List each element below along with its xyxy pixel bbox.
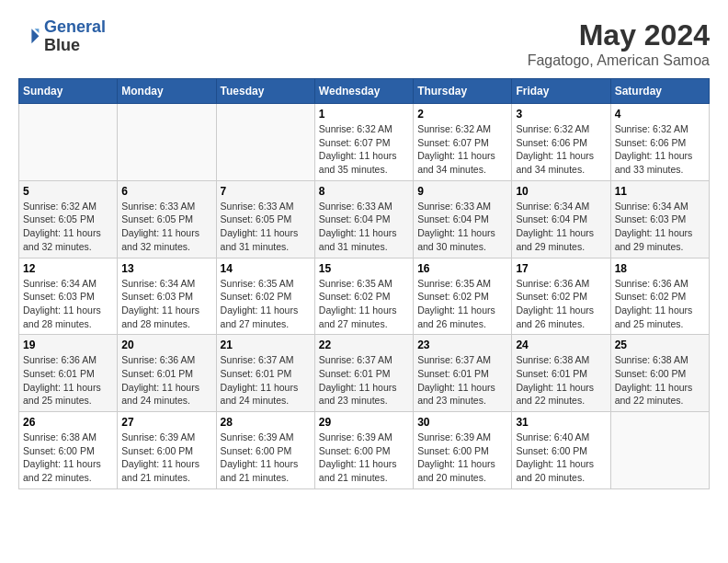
day-info: Sunrise: 6:37 AM Sunset: 6:01 PM Dayligh… [417,353,507,408]
calendar-cell: 30Sunrise: 6:39 AM Sunset: 6:00 PM Dayli… [414,412,512,489]
calendar-cell: 28Sunrise: 6:39 AM Sunset: 6:00 PM Dayli… [216,412,314,489]
day-number: 1 [319,108,409,121]
day-number: 24 [516,339,606,351]
day-info: Sunrise: 6:34 AM Sunset: 6:03 PM Dayligh… [615,200,705,254]
day-info: Sunrise: 6:35 AM Sunset: 6:02 PM Dayligh… [221,277,311,331]
logo-text: General Blue [44,18,106,55]
calendar-week-row: 26Sunrise: 6:38 AM Sunset: 6:00 PM Dayli… [19,412,710,489]
day-info: Sunrise: 6:33 AM Sunset: 6:05 PM Dayligh… [121,200,211,254]
day-info: Sunrise: 6:36 AM Sunset: 6:01 PM Dayligh… [23,353,113,408]
day-number: 8 [319,185,409,198]
day-info: Sunrise: 6:39 AM Sunset: 6:00 PM Dayligh… [221,431,311,485]
calendar-cell: 3Sunrise: 6:32 AM Sunset: 6:06 PM Daylig… [512,104,610,181]
calendar-week-row: 12Sunrise: 6:34 AM Sunset: 6:03 PM Dayli… [19,258,710,335]
day-number: 6 [121,185,211,198]
day-info: Sunrise: 6:38 AM Sunset: 6:01 PM Dayligh… [516,353,606,408]
day-number: 28 [221,416,311,429]
calendar-cell: 6Sunrise: 6:33 AM Sunset: 6:05 PM Daylig… [118,180,216,258]
calendar-cell: 31Sunrise: 6:40 AM Sunset: 6:00 PM Dayli… [512,412,610,489]
day-info: Sunrise: 6:34 AM Sunset: 6:03 PM Dayligh… [121,277,211,331]
day-info: Sunrise: 6:35 AM Sunset: 6:02 PM Dayligh… [319,277,409,331]
day-number: 16 [417,262,507,275]
day-info: Sunrise: 6:38 AM Sunset: 6:00 PM Dayligh… [615,353,705,408]
day-info: Sunrise: 6:33 AM Sunset: 6:04 PM Dayligh… [417,200,507,254]
day-number: 17 [516,262,606,275]
calendar-cell: 23Sunrise: 6:37 AM Sunset: 6:01 PM Dayli… [414,335,512,412]
day-number: 9 [417,185,507,198]
day-info: Sunrise: 6:39 AM Sunset: 6:00 PM Dayligh… [121,431,211,485]
day-number: 26 [23,416,113,429]
calendar-cell: 13Sunrise: 6:34 AM Sunset: 6:03 PM Dayli… [118,258,216,335]
month-title: May 2024 [528,18,710,52]
day-info: Sunrise: 6:32 AM Sunset: 6:06 PM Dayligh… [615,122,705,177]
day-number: 31 [516,416,606,429]
calendar-cell: 26Sunrise: 6:38 AM Sunset: 6:00 PM Dayli… [19,412,118,489]
logo: General Blue [18,18,106,55]
weekday-header: Sunday [19,79,118,104]
calendar-week-row: 19Sunrise: 6:36 AM Sunset: 6:01 PM Dayli… [19,335,710,412]
day-info: Sunrise: 6:37 AM Sunset: 6:01 PM Dayligh… [221,353,311,408]
day-number: 25 [615,339,705,351]
day-number: 11 [615,185,705,198]
calendar-cell: 7Sunrise: 6:33 AM Sunset: 6:05 PM Daylig… [216,180,314,258]
day-number: 29 [319,416,409,429]
day-number: 15 [319,262,409,275]
calendar-cell: 12Sunrise: 6:34 AM Sunset: 6:03 PM Dayli… [19,258,118,335]
day-number: 2 [417,108,507,121]
calendar-cell: 18Sunrise: 6:36 AM Sunset: 6:02 PM Dayli… [610,258,709,335]
day-number: 20 [121,339,211,351]
day-number: 4 [615,108,705,121]
day-info: Sunrise: 6:38 AM Sunset: 6:00 PM Dayligh… [23,431,113,485]
day-info: Sunrise: 6:32 AM Sunset: 6:05 PM Dayligh… [23,200,113,254]
day-number: 18 [615,262,705,275]
title-area: May 2024 Fagatogo, American Samoa [528,18,710,69]
day-number: 3 [516,108,606,121]
day-info: Sunrise: 6:34 AM Sunset: 6:04 PM Dayligh… [516,200,606,254]
calendar-cell: 1Sunrise: 6:32 AM Sunset: 6:07 PM Daylig… [314,104,413,181]
calendar-cell: 19Sunrise: 6:36 AM Sunset: 6:01 PM Dayli… [19,335,118,412]
day-number: 10 [516,185,606,198]
day-info: Sunrise: 6:37 AM Sunset: 6:01 PM Dayligh… [319,353,409,408]
day-info: Sunrise: 6:33 AM Sunset: 6:04 PM Dayligh… [319,200,409,254]
calendar-cell [610,412,709,489]
calendar-table: SundayMondayTuesdayWednesdayThursdayFrid… [18,78,710,489]
calendar-cell [19,104,118,181]
calendar-cell: 21Sunrise: 6:37 AM Sunset: 6:01 PM Dayli… [216,335,314,412]
day-info: Sunrise: 6:35 AM Sunset: 6:02 PM Dayligh… [417,277,507,331]
day-number: 27 [121,416,211,429]
calendar-cell: 24Sunrise: 6:38 AM Sunset: 6:01 PM Dayli… [512,335,610,412]
calendar-cell: 15Sunrise: 6:35 AM Sunset: 6:02 PM Dayli… [314,258,413,335]
calendar-cell: 14Sunrise: 6:35 AM Sunset: 6:02 PM Dayli… [216,258,314,335]
day-info: Sunrise: 6:32 AM Sunset: 6:06 PM Dayligh… [516,122,606,177]
day-info: Sunrise: 6:36 AM Sunset: 6:02 PM Dayligh… [615,277,705,331]
calendar-cell: 29Sunrise: 6:39 AM Sunset: 6:00 PM Dayli… [314,412,413,489]
day-number: 14 [221,262,311,275]
calendar-header: SundayMondayTuesdayWednesdayThursdayFrid… [19,79,710,104]
day-info: Sunrise: 6:39 AM Sunset: 6:00 PM Dayligh… [417,431,507,485]
day-info: Sunrise: 6:34 AM Sunset: 6:03 PM Dayligh… [23,277,113,331]
calendar-cell: 11Sunrise: 6:34 AM Sunset: 6:03 PM Dayli… [610,180,709,258]
calendar-cell: 20Sunrise: 6:36 AM Sunset: 6:01 PM Dayli… [118,335,216,412]
calendar-cell: 25Sunrise: 6:38 AM Sunset: 6:00 PM Dayli… [610,335,709,412]
calendar-cell: 8Sunrise: 6:33 AM Sunset: 6:04 PM Daylig… [314,180,413,258]
calendar-cell: 27Sunrise: 6:39 AM Sunset: 6:00 PM Dayli… [118,412,216,489]
weekday-header: Friday [512,79,610,104]
calendar-cell: 16Sunrise: 6:35 AM Sunset: 6:02 PM Dayli… [414,258,512,335]
page-header: General Blue May 2024 Fagatogo, American… [18,18,710,69]
calendar-cell [118,104,216,181]
calendar-cell: 17Sunrise: 6:36 AM Sunset: 6:02 PM Dayli… [512,258,610,335]
day-info: Sunrise: 6:32 AM Sunset: 6:07 PM Dayligh… [417,122,507,177]
weekday-header: Thursday [414,79,512,104]
weekday-header: Wednesday [314,79,413,104]
calendar-cell [216,104,314,181]
day-info: Sunrise: 6:39 AM Sunset: 6:00 PM Dayligh… [319,431,409,485]
weekday-header: Saturday [610,79,709,104]
calendar-cell: 22Sunrise: 6:37 AM Sunset: 6:01 PM Dayli… [314,335,413,412]
calendar-week-row: 1Sunrise: 6:32 AM Sunset: 6:07 PM Daylig… [19,104,710,181]
day-info: Sunrise: 6:33 AM Sunset: 6:05 PM Dayligh… [221,200,311,254]
day-number: 7 [221,185,311,198]
day-number: 19 [23,339,113,351]
day-number: 23 [417,339,507,351]
day-number: 13 [121,262,211,275]
day-number: 22 [319,339,409,351]
